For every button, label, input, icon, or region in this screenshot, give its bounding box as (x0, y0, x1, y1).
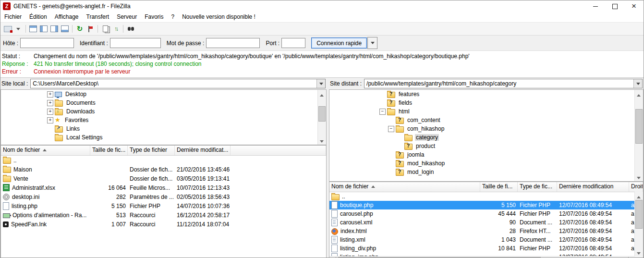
toggle-transfer-queue-button[interactable] (60, 24, 70, 34)
scrollbar-thumb[interactable] (635, 109, 643, 144)
column-header-size[interactable]: Taille de fi... (480, 182, 518, 192)
tree-item-downloads[interactable]: Downloads (1, 107, 326, 116)
scroll-down-icon[interactable] (318, 137, 326, 145)
file-row[interactable]: Maison Dossier de fich... 21/02/2016 13:… (1, 165, 326, 174)
column-header-name[interactable]: Nom de fichier (329, 182, 480, 192)
scrollbar-thumb[interactable] (318, 106, 326, 122)
bookmark-button[interactable] (85, 24, 96, 34)
host-input[interactable] (20, 38, 74, 48)
site-manager-dropdown-button[interactable] (13, 24, 24, 34)
quickconnect-button[interactable]: Connexion rapide (311, 37, 367, 49)
local-path-combo[interactable]: C:\Users\Marcel\Desktop\ (30, 79, 326, 88)
username-input[interactable] (110, 38, 161, 48)
tree-item-mod-hikashop[interactable]: mod_hikashop (329, 159, 643, 168)
file-row-parent-dir[interactable]: .. (1, 156, 326, 165)
combo-dropdown-icon[interactable] (316, 79, 325, 88)
scroll-down-icon[interactable] (635, 173, 643, 181)
php-file-icon (331, 201, 338, 209)
collapse-icon[interactable] (379, 109, 386, 115)
tree-item-features[interactable]: features (329, 90, 643, 98)
tree-item-com-content[interactable]: com_content (329, 116, 643, 124)
quickconnect-dropdown-button[interactable] (367, 37, 377, 49)
expander-icon[interactable] (47, 117, 53, 123)
maximize-button[interactable] (605, 0, 624, 12)
file-row[interactable]: index.html 28 Firefox HT... 12/07/2016 0… (329, 227, 643, 235)
scroll-down-icon[interactable] (635, 249, 643, 257)
remote-tree-scrollbar[interactable] (634, 90, 643, 181)
file-row-selected[interactable]: boutique.php 5 150 Fichier PHP 12/07/201… (329, 201, 643, 209)
tree-item-joomla[interactable]: joomla (329, 150, 643, 159)
file-name: Vente (13, 175, 28, 182)
toggle-local-tree-button[interactable] (38, 24, 49, 34)
tree-item-com-hikashop[interactable]: com_hikashop (329, 124, 643, 133)
minimize-button[interactable] (586, 0, 605, 12)
column-header-type[interactable]: Type de fichier (128, 146, 175, 155)
remote-path-combo[interactable]: /public/www/templates/gantry/html/com_hi… (364, 79, 643, 88)
scroll-up-icon[interactable] (635, 90, 643, 98)
file-row[interactable]: Vente Dossier de fich... 03/05/2016 19:1… (1, 174, 326, 183)
toggle-remote-tree-button[interactable] (49, 24, 60, 34)
file-row[interactable]: Options d'alimentation - Ra... 513 Racco… (1, 210, 326, 220)
expander-icon[interactable] (47, 91, 53, 98)
tree-item-label: features (398, 91, 420, 98)
remote-list-scrollbar[interactable] (634, 192, 643, 257)
file-row[interactable]: listing.php 5 150 Fichier PHP 14/07/2016… (1, 201, 326, 210)
menu-transfert[interactable]: Transfert (83, 12, 113, 22)
menu-edition[interactable]: Édition (25, 12, 51, 22)
tree-item-local-settings[interactable]: Local Settings (1, 133, 326, 142)
tree-item-favorites[interactable]: Favorites (1, 116, 326, 124)
port-input[interactable] (281, 38, 305, 48)
local-pane: Site local : C:\Users\Marcel\Desktop\ De… (0, 78, 327, 258)
column-header-type[interactable]: Type de fic... (518, 182, 557, 192)
menu-new-version[interactable]: Nouvelle version disponible ! (178, 12, 259, 22)
menu-help[interactable]: ? (168, 12, 179, 22)
file-row[interactable]: desktop.ini 282 Paramètres de ... 02/05/… (1, 192, 326, 201)
tree-item-documents[interactable]: Documents (1, 98, 326, 107)
file-row[interactable]: listing_div.php 10 841 Fichier PHP 12/07… (329, 244, 643, 253)
file-row[interactable]: carousel.xml 90 Document ... 12/07/2016 … (329, 218, 643, 227)
menu-serveur[interactable]: Serveur (113, 12, 141, 22)
password-input[interactable] (206, 38, 260, 48)
column-header-date[interactable]: Dernière modificat... (175, 146, 231, 155)
column-header-size[interactable]: Taille de fic... (90, 146, 128, 155)
tree-item-product[interactable]: product (329, 142, 643, 150)
toggle-message-log-button[interactable] (28, 24, 38, 34)
refresh-button[interactable] (74, 24, 85, 34)
tree-item-links[interactable]: Links (1, 124, 326, 133)
site-manager-button[interactable] (2, 24, 13, 34)
tree-item-category[interactable]: category (329, 133, 643, 142)
scroll-up-icon[interactable] (635, 192, 643, 199)
column-header-name[interactable]: Nom de fichier (1, 146, 90, 155)
column-header-rights[interactable]: Droits d'accès (629, 182, 643, 192)
scroll-up-icon[interactable] (318, 90, 326, 98)
menu-fichier[interactable]: Fichier (0, 12, 25, 22)
tree-item-fields[interactable]: fields (329, 98, 643, 107)
compare-button[interactable] (100, 24, 110, 34)
sync-browsing-button[interactable] (110, 24, 121, 34)
folder-icon (3, 176, 11, 182)
close-button[interactable] (624, 0, 644, 12)
find-button[interactable] (125, 24, 136, 34)
tree-item-html[interactable]: html (329, 107, 643, 116)
file-row-parent-dir[interactable]: .. (329, 192, 643, 201)
remote-list-horizontal-scrollbar[interactable] (329, 256, 635, 258)
tree-item-label: fields (398, 99, 413, 106)
expander-icon[interactable] (47, 109, 53, 115)
menu-affichage[interactable]: Affichage (51, 12, 83, 22)
column-header-date[interactable]: Dernière modification (557, 182, 629, 192)
combo-dropdown-icon[interactable] (633, 79, 642, 88)
tree-item-desktop[interactable]: Desktop (1, 90, 326, 98)
scrollbar-thumb[interactable] (635, 200, 643, 229)
host-label: Hôte : (3, 40, 18, 47)
menu-favoris[interactable]: Favoris (141, 12, 167, 22)
tree-item-mod-login[interactable]: mod_login (329, 168, 643, 176)
file-row[interactable]: carousel.php 45 444 Fichier PHP 12/07/20… (329, 209, 643, 218)
file-row[interactable]: listing.xml 1 043 Document ... 12/07/201… (329, 235, 643, 244)
expander-icon[interactable] (47, 100, 53, 106)
log-label: Erreur : (0, 68, 34, 75)
local-tree-scrollbar[interactable] (317, 90, 326, 145)
file-row[interactable]: SpeedFan.lnk 1 007 Raccourci 11/12/2014 … (1, 220, 326, 229)
folder-question-icon (396, 118, 404, 124)
collapse-icon[interactable] (388, 126, 394, 132)
file-row[interactable]: Administratif.xlsx 16 064 Feuille Micros… (1, 183, 326, 192)
